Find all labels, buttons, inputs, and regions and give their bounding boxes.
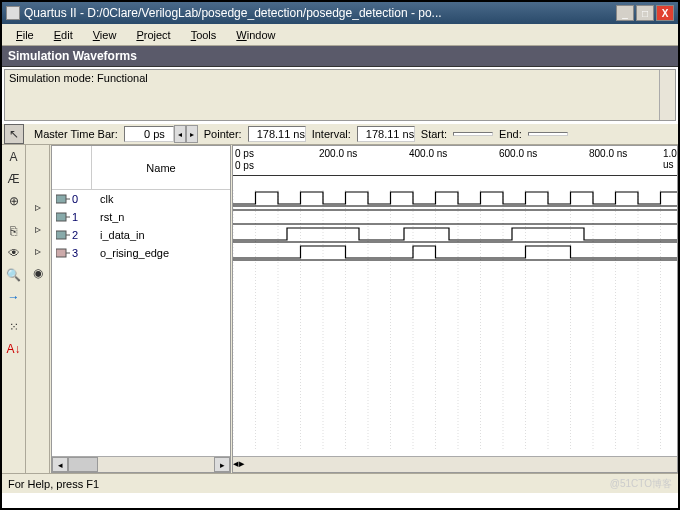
minimize-button[interactable]: _ bbox=[616, 5, 634, 21]
title-bar: Quartus II - D:/0Clare/VerilogLab/posedg… bbox=[2, 2, 678, 24]
status-bar: For Help, press F1 @51CTO博客 bbox=[2, 473, 678, 493]
signal-index: 3 bbox=[72, 247, 78, 259]
ruler-tick-2: 400.0 ns bbox=[409, 148, 447, 159]
simulation-mode-text: Simulation mode: Functional bbox=[9, 72, 148, 84]
mode-scrollbar[interactable] bbox=[659, 70, 675, 120]
signal-row-rst_n[interactable]: 1rst_n bbox=[52, 208, 230, 226]
time-bar: ↖ Master Time Bar: 0 ps ◂ ▸ Pointer: 178… bbox=[2, 123, 678, 145]
left-toolbar: A Æ ⊕ ⎘ 👁 🔍 → ⁙ A↓ bbox=[2, 145, 26, 473]
signal-hscroll[interactable]: ◂ ▸ bbox=[52, 456, 230, 472]
menu-file[interactable]: File bbox=[8, 27, 42, 43]
group-tool-icon[interactable]: ⁙ bbox=[4, 317, 24, 337]
signal-name: rst_n bbox=[92, 211, 230, 223]
status-help-text: For Help, press F1 bbox=[8, 478, 99, 490]
interval-value: 178.11 ns bbox=[357, 126, 415, 142]
simulation-mode-box: Simulation mode: Functional bbox=[4, 69, 676, 121]
start-label: Start: bbox=[415, 128, 453, 140]
master-time-value[interactable]: 0 ps bbox=[124, 126, 174, 142]
panel-title: Simulation Waveforms bbox=[2, 46, 678, 67]
input-pin-icon bbox=[56, 194, 70, 204]
interval-label: Interval: bbox=[306, 128, 357, 140]
app-icon bbox=[6, 6, 20, 20]
time-right-button[interactable]: ▸ bbox=[186, 125, 198, 143]
signal-row-o_rising_edge[interactable]: 3o_rising_edge bbox=[52, 244, 230, 262]
signal-row-clk[interactable]: 0clk bbox=[52, 190, 230, 208]
pointer-tool-icon[interactable]: ↖ bbox=[4, 124, 24, 144]
start-value[interactable] bbox=[453, 132, 493, 136]
svg-rect-0 bbox=[56, 195, 66, 203]
pin-in-0-icon[interactable]: ▹ bbox=[28, 197, 48, 217]
signal-name: clk bbox=[92, 193, 230, 205]
menu-edit[interactable]: Edit bbox=[46, 27, 81, 43]
ruler-origin: 0 ps bbox=[235, 160, 254, 171]
menu-view[interactable]: View bbox=[85, 27, 125, 43]
window-title: Quartus II - D:/0Clare/VerilogLab/posedg… bbox=[24, 6, 616, 20]
signal-pane: Name 0clk1rst_n2i_data_in3o_rising_edge … bbox=[51, 145, 231, 473]
menu-tools[interactable]: Tools bbox=[183, 27, 225, 43]
signal-header: Name bbox=[52, 146, 230, 190]
ruler-tick-5: 1.0 us bbox=[663, 148, 677, 170]
pin-out-3-icon[interactable]: ◉ bbox=[28, 263, 48, 283]
pin-in-2-icon[interactable]: ▹ bbox=[28, 241, 48, 261]
window-buttons: _ □ X bbox=[616, 5, 674, 21]
wave-scroll-right-icon[interactable]: ▸ bbox=[239, 457, 245, 472]
scroll-thumb[interactable] bbox=[68, 457, 98, 472]
copy-tool-icon[interactable]: ⎘ bbox=[4, 221, 24, 241]
menu-bar: File Edit View Project Tools Window bbox=[2, 24, 678, 46]
maximize-button[interactable]: □ bbox=[636, 5, 654, 21]
signal-index: 1 bbox=[72, 211, 78, 223]
pointer-value: 178.11 ns bbox=[248, 126, 306, 142]
time-ruler[interactable]: 0 ps 0 ps 200.0 ns 400.0 ns 600.0 ns 800… bbox=[233, 146, 677, 176]
menu-project[interactable]: Project bbox=[128, 27, 178, 43]
signal-rows: 0clk1rst_n2i_data_in3o_rising_edge bbox=[52, 190, 230, 456]
signal-index: 2 bbox=[72, 229, 78, 241]
scroll-left-icon[interactable]: ◂ bbox=[52, 457, 68, 472]
ruler-tick-3: 600.0 ns bbox=[499, 148, 537, 159]
time-left-button[interactable]: ◂ bbox=[174, 125, 186, 143]
main-body: A Æ ⊕ ⎘ 👁 🔍 → ⁙ A↓ ▹ ▹ ▹ ◉ Name 0clk1rst… bbox=[2, 145, 678, 473]
ruler-tick-1: 200.0 ns bbox=[319, 148, 357, 159]
menu-window[interactable]: Window bbox=[228, 27, 283, 43]
second-toolbar: ▹ ▹ ▹ ◉ bbox=[26, 145, 50, 473]
output-pin-icon bbox=[56, 248, 70, 258]
ruler-tick-4: 800.0 ns bbox=[589, 148, 627, 159]
signal-name: o_rising_edge bbox=[92, 247, 230, 259]
find-tool-icon[interactable]: 👁 bbox=[4, 243, 24, 263]
text-tool-icon[interactable]: A bbox=[4, 147, 24, 167]
input-pin-icon bbox=[56, 230, 70, 240]
signal-index: 0 bbox=[72, 193, 78, 205]
next-tool-icon[interactable]: → bbox=[4, 287, 24, 307]
input-pin-icon bbox=[56, 212, 70, 222]
ruler-origin-top: 0 ps bbox=[235, 148, 254, 159]
waveform-svg bbox=[233, 190, 678, 450]
name-column-header[interactable]: Name bbox=[92, 146, 230, 189]
pin-in-1-icon[interactable]: ▹ bbox=[28, 219, 48, 239]
master-time-label: Master Time Bar: bbox=[28, 128, 124, 140]
end-value[interactable] bbox=[528, 132, 568, 136]
scroll-right-icon[interactable]: ▸ bbox=[214, 457, 230, 472]
signal-name: i_data_in bbox=[92, 229, 230, 241]
search-tool-icon[interactable]: 🔍 bbox=[4, 265, 24, 285]
sort-tool-icon[interactable]: A↓ bbox=[4, 339, 24, 359]
waveform-tool-icon[interactable]: Æ bbox=[4, 169, 24, 189]
pointer-label: Pointer: bbox=[198, 128, 248, 140]
end-label: End: bbox=[493, 128, 528, 140]
close-button[interactable]: X bbox=[656, 5, 674, 21]
svg-rect-4 bbox=[56, 231, 66, 239]
status-credit: @51CTO博客 bbox=[610, 477, 672, 491]
svg-rect-6 bbox=[56, 249, 66, 257]
zoom-tool-icon[interactable]: ⊕ bbox=[4, 191, 24, 211]
signal-row-i_data_in[interactable]: 2i_data_in bbox=[52, 226, 230, 244]
waveform-pane[interactable]: 0 ps 0 ps 200.0 ns 400.0 ns 600.0 ns 800… bbox=[232, 145, 678, 473]
svg-rect-2 bbox=[56, 213, 66, 221]
waveform-hscroll[interactable]: ◂ ▸ bbox=[233, 456, 677, 472]
